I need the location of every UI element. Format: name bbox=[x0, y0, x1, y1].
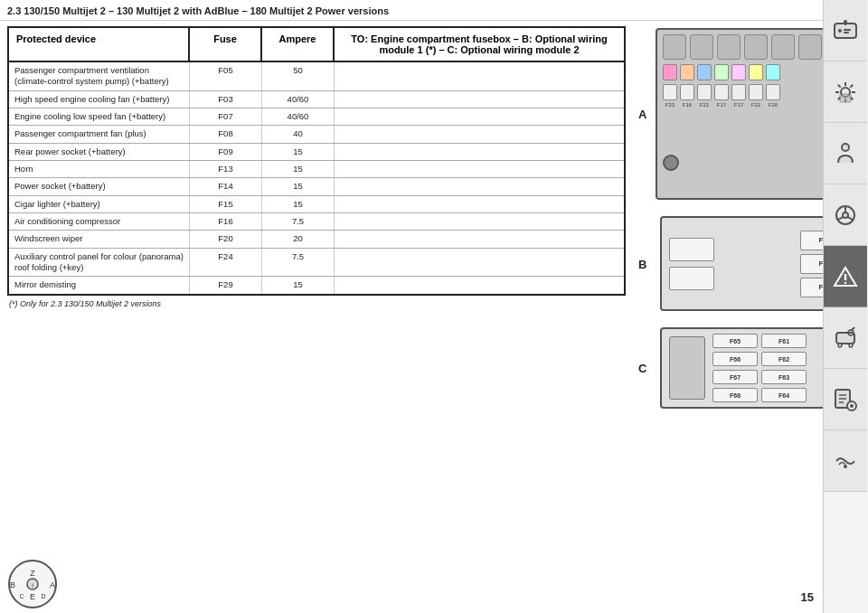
table-row: Air conditioning compressorF167.5 bbox=[9, 213, 624, 231]
svg-line-20 bbox=[837, 216, 843, 220]
td-empty-11 bbox=[335, 277, 624, 293]
td-empty-9 bbox=[335, 231, 624, 247]
fuse-f67: F67 bbox=[712, 370, 758, 384]
td-fuse-11: F29 bbox=[190, 277, 262, 293]
fuse-block bbox=[771, 34, 795, 60]
fuse-block bbox=[798, 34, 822, 60]
td-device-4: Rear power socket (+battery) bbox=[9, 144, 190, 160]
svg-line-13 bbox=[850, 84, 853, 87]
fuse-c-grid: F65 F61 F66 F62 F67 F63 F68 F64 bbox=[712, 334, 807, 402]
td-device-7: Cigar lighter (+battery) bbox=[9, 196, 190, 212]
fuse-b-block-2 bbox=[669, 267, 714, 290]
sidebar-icon-settings-sun[interactable] bbox=[824, 61, 867, 123]
svg-point-24 bbox=[844, 281, 846, 283]
svg-rect-5 bbox=[844, 23, 846, 25]
td-ampere-9: 20 bbox=[262, 231, 335, 247]
footnote: (*) Only for 2.3 130/150 Multijet 2 vers… bbox=[0, 296, 633, 312]
fuse-f03 bbox=[680, 64, 694, 80]
fuse-b-blocks bbox=[669, 238, 714, 290]
td-fuse-4: F09 bbox=[190, 144, 262, 160]
fuse-f08 bbox=[766, 64, 780, 80]
td-fuse-6: F14 bbox=[190, 178, 262, 194]
td-ampere-2: 40/60 bbox=[262, 108, 335, 125]
fuse-block bbox=[717, 34, 741, 60]
td-empty-7 bbox=[335, 196, 624, 212]
td-fuse-0: F05 bbox=[190, 62, 262, 90]
page-number: 15 bbox=[801, 590, 814, 604]
td-fuse-9: F20 bbox=[190, 231, 262, 247]
table-row: High speed engine cooling fan (+battery)… bbox=[9, 91, 624, 108]
td-ampere-3: 40 bbox=[262, 126, 335, 142]
fuse-f14 bbox=[749, 84, 763, 100]
col-header-ampere: Ampere bbox=[262, 28, 335, 61]
svg-point-18 bbox=[843, 212, 848, 218]
svg-text:A: A bbox=[50, 580, 55, 589]
section-c-label: C bbox=[638, 362, 646, 375]
fuse-c-connector bbox=[669, 336, 705, 400]
td-device-11: Mirror demisting bbox=[9, 277, 190, 293]
td-device-6: Power socket (+battery) bbox=[9, 178, 190, 194]
svg-text:E: E bbox=[30, 592, 35, 601]
td-ampere-4: 15 bbox=[262, 144, 335, 160]
td-device-3: Passenger compartment fan (plus) bbox=[9, 126, 190, 142]
svg-text:B: B bbox=[10, 580, 15, 589]
td-fuse-10: F24 bbox=[190, 249, 262, 277]
svg-text:C: C bbox=[19, 593, 24, 599]
fuse-f13 bbox=[731, 84, 746, 100]
sidebar-icon-checklist-gear[interactable] bbox=[824, 369, 867, 430]
td-ampere-0: 50 bbox=[262, 62, 335, 90]
td-ampere-11: 15 bbox=[262, 277, 335, 293]
col-header-device: Protected device bbox=[9, 28, 190, 61]
table-row: Windscreen wiperF2020 bbox=[9, 231, 624, 248]
svg-point-27 bbox=[849, 344, 853, 347]
fuse-block bbox=[690, 34, 713, 60]
sidebar-icon-car-info[interactable] bbox=[824, 0, 867, 61]
fuse-f10 bbox=[680, 84, 694, 100]
fuse-f12 bbox=[714, 84, 729, 100]
page-title: 2.3 130/150 Multijet 2 – 130 Multijet 2 … bbox=[0, 0, 868, 21]
table-row: Rear power socket (+battery)F0915 bbox=[9, 144, 624, 161]
sidebar-icon-warning[interactable] bbox=[824, 246, 867, 307]
section-b-label: B bbox=[638, 257, 646, 270]
td-empty-5 bbox=[335, 161, 624, 177]
td-device-5: Horn bbox=[9, 161, 190, 177]
svg-point-36 bbox=[844, 465, 847, 468]
svg-rect-15 bbox=[840, 94, 851, 102]
td-fuse-2: F07 bbox=[190, 108, 262, 125]
fuse-f05 bbox=[714, 64, 729, 80]
td-empty-2 bbox=[335, 108, 624, 125]
td-ampere-6: 15 bbox=[262, 178, 335, 194]
fuse-f66: F66 bbox=[712, 352, 758, 366]
col-header-fuse: Fuse bbox=[190, 28, 262, 61]
td-empty-1 bbox=[335, 91, 624, 108]
fuse-f65: F65 bbox=[712, 334, 758, 348]
right-sidebar bbox=[823, 0, 868, 613]
td-empty-4 bbox=[335, 144, 624, 160]
fuse-block bbox=[744, 34, 768, 60]
col-header-note: TO: Engine compartment fusebox – B: Opti… bbox=[335, 28, 624, 61]
fuse-f09 bbox=[663, 84, 677, 100]
svg-rect-25 bbox=[836, 333, 854, 344]
section-a-label: A bbox=[638, 108, 646, 121]
sidebar-icon-person[interactable] bbox=[824, 123, 867, 184]
td-ampere-5: 15 bbox=[262, 161, 335, 177]
fuse-f07 bbox=[749, 64, 763, 80]
fuse-f63: F63 bbox=[761, 370, 807, 384]
table-row: Passenger compartment ventilation (clima… bbox=[9, 62, 624, 91]
table-row: Engine cooling low speed fan (+battery)F… bbox=[9, 108, 624, 126]
fuse-f06 bbox=[731, 64, 746, 80]
table-row: Auxiliary control panel for colour (pano… bbox=[9, 249, 624, 278]
sidebar-icon-music-signal[interactable] bbox=[824, 430, 867, 492]
svg-point-16 bbox=[842, 144, 849, 151]
table-row: Mirror demistingF2915 bbox=[9, 277, 624, 293]
sidebar-icon-car-wrench[interactable] bbox=[824, 307, 867, 369]
svg-line-11 bbox=[838, 84, 841, 87]
sidebar-icon-steering-wheel[interactable] bbox=[824, 184, 867, 246]
td-device-0: Passenger compartment ventilation (clima… bbox=[9, 62, 190, 90]
td-fuse-5: F13 bbox=[190, 161, 262, 177]
fuse-table: Passenger compartment ventilation (clima… bbox=[7, 62, 626, 296]
td-fuse-7: F15 bbox=[190, 196, 262, 212]
td-empty-0 bbox=[335, 62, 624, 90]
td-ampere-7: 15 bbox=[262, 196, 335, 212]
td-fuse-8: F16 bbox=[190, 213, 262, 230]
